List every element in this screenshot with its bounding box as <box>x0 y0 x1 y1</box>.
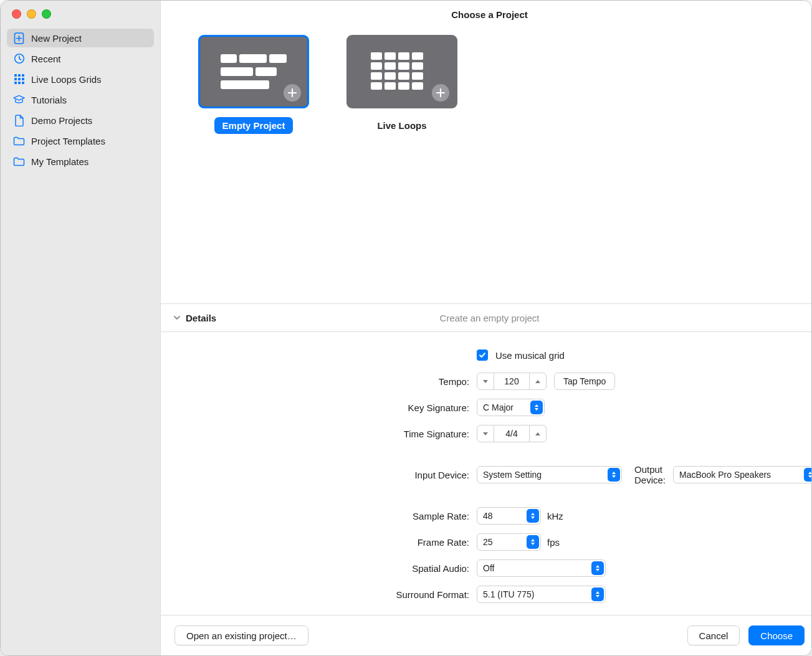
output-device-select[interactable]: MacBook Pro Speakers <box>673 466 812 483</box>
chevron-down-icon <box>173 313 181 323</box>
cancel-button[interactable]: Cancel <box>687 625 740 645</box>
time-signature-value[interactable]: 4/4 <box>494 425 529 442</box>
template-card-label: Live Loops <box>369 117 434 134</box>
sidebar-item-demo-projects[interactable]: Demo Projects <box>7 111 154 130</box>
sample-rate-unit: kHz <box>547 511 563 521</box>
checkbox-checked-icon <box>477 349 488 361</box>
tempo-label: Tempo: <box>161 376 469 387</box>
tap-tempo-button[interactable]: Tap Tempo <box>554 373 615 390</box>
grid-icon <box>13 74 25 85</box>
spatial-audio-select[interactable]: Off <box>477 559 606 577</box>
key-signature-select[interactable]: C Major <box>477 399 545 416</box>
frame-rate-value: 25 <box>483 537 525 547</box>
plus-badge-icon <box>432 84 449 102</box>
sidebar-item-label: My Templates <box>31 156 88 167</box>
window-controls <box>1 1 160 29</box>
svg-rect-13 <box>269 54 287 63</box>
tempo-increment[interactable] <box>529 373 546 389</box>
spatial-audio-value: Off <box>483 563 590 573</box>
svg-rect-29 <box>371 82 382 90</box>
folder-icon <box>13 135 25 147</box>
svg-rect-18 <box>385 52 396 60</box>
grid-tile-icon <box>371 52 433 91</box>
svg-rect-6 <box>18 78 21 80</box>
sidebar-item-label: Live Loops Grids <box>31 74 102 85</box>
svg-rect-2 <box>14 74 17 77</box>
sidebar-item-label: Recent <box>31 54 61 64</box>
template-tile <box>346 35 457 108</box>
frame-rate-select[interactable]: 25 <box>477 533 541 551</box>
popup-arrows-icon <box>591 561 604 575</box>
popup-arrows-icon <box>527 535 539 549</box>
folder-icon <box>13 156 25 168</box>
svg-rect-28 <box>412 72 423 80</box>
tempo-stepper[interactable]: 120 <box>477 373 547 390</box>
svg-rect-12 <box>239 54 267 63</box>
sample-rate-value: 48 <box>483 511 525 521</box>
details-disclosure[interactable]: Details <box>173 313 216 323</box>
svg-rect-8 <box>14 82 17 84</box>
titlebar: Choose a Project <box>161 1 812 29</box>
svg-rect-16 <box>221 80 269 89</box>
project-chooser-window: New Project Recent Live Loops Grids <box>0 0 812 656</box>
svg-rect-11 <box>221 54 237 63</box>
sidebar-item-tutorials[interactable]: Tutorials <box>7 90 154 109</box>
tempo-decrement[interactable] <box>477 373 494 389</box>
minimize-window-button[interactable] <box>27 9 36 19</box>
choose-button[interactable]: Choose <box>748 625 805 645</box>
svg-rect-30 <box>385 82 396 90</box>
svg-rect-3 <box>18 74 21 77</box>
tempo-value[interactable]: 120 <box>494 373 529 389</box>
sidebar-item-recent[interactable]: Recent <box>7 49 154 68</box>
svg-rect-25 <box>371 72 382 80</box>
file-music-icon <box>13 115 25 126</box>
sample-rate-label: Sample Rate: <box>161 511 469 521</box>
sidebar-item-my-templates[interactable]: My Templates <box>7 152 154 171</box>
sidebar-item-live-loops-grids[interactable]: Live Loops Grids <box>7 70 154 88</box>
sidebar-item-project-templates[interactable]: Project Templates <box>7 131 154 150</box>
template-card-live-loops[interactable]: Live Loops <box>346 35 457 134</box>
svg-rect-20 <box>412 52 423 60</box>
svg-rect-32 <box>412 82 423 90</box>
use-musical-grid-checkbox[interactable]: Use musical grid <box>477 349 565 361</box>
frame-rate-label: Frame Rate: <box>161 537 469 548</box>
clock-icon <box>13 53 25 65</box>
svg-rect-27 <box>398 72 409 80</box>
spatial-audio-label: Spatial Audio: <box>161 563 469 574</box>
tracks-icon <box>221 54 287 89</box>
file-plus-icon <box>13 32 25 44</box>
time-signature-increment[interactable] <box>529 425 546 442</box>
surround-format-value: 5.1 (ITU 775) <box>483 589 590 599</box>
plus-badge-icon <box>284 84 301 102</box>
zoom-window-button[interactable] <box>42 9 51 19</box>
details-body: Use musical grid Tempo: 120 Tap Tempo <box>161 331 812 615</box>
template-card-label: Empty Project <box>214 117 294 134</box>
footer: Open an existing project… Cancel Choose <box>161 615 812 655</box>
sidebar-item-new-project[interactable]: New Project <box>7 29 154 47</box>
svg-rect-9 <box>18 82 21 84</box>
sample-rate-select[interactable]: 48 <box>477 507 541 525</box>
template-gallery: Empty Project Li <box>161 29 812 303</box>
close-window-button[interactable] <box>12 9 21 19</box>
frame-rate-unit: fps <box>547 537 560 548</box>
output-device-value: MacBook Pro Speakers <box>679 470 803 480</box>
time-signature-decrement[interactable] <box>477 425 494 442</box>
main-content: Choose a Project Empty Proj <box>161 1 812 655</box>
sidebar-item-label: New Project <box>31 33 82 44</box>
sidebar-item-label: Demo Projects <box>31 115 92 126</box>
time-signature-label: Time Signature: <box>161 429 469 439</box>
sidebar: New Project Recent Live Loops Grids <box>1 1 161 655</box>
surround-format-select[interactable]: 5.1 (ITU 775) <box>477 586 606 603</box>
time-signature-stepper[interactable]: 4/4 <box>477 425 547 442</box>
input-device-select[interactable]: System Setting <box>477 466 622 483</box>
open-existing-project-button[interactable]: Open an existing project… <box>174 625 308 645</box>
details-header-label: Details <box>186 313 216 323</box>
svg-rect-10 <box>22 82 24 84</box>
svg-rect-22 <box>385 62 396 70</box>
svg-rect-26 <box>385 72 396 80</box>
popup-arrows-icon <box>591 587 604 601</box>
template-card-empty-project[interactable]: Empty Project <box>198 35 309 134</box>
surround-format-label: Surround Format: <box>161 589 469 600</box>
sidebar-list: New Project Recent Live Loops Grids <box>1 29 160 173</box>
svg-rect-15 <box>256 67 277 76</box>
